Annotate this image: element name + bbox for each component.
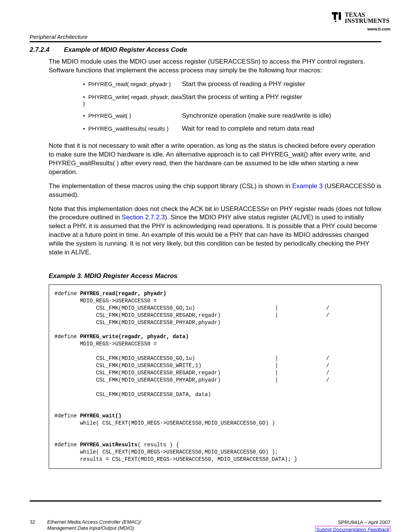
macro-name: PHYREG_wait( ) [88,112,131,119]
header-rule [30,41,381,42]
section-title: Example of MDIO Register Access Code [64,46,187,53]
logo-text-line1: TEXAS [345,11,365,18]
macro-desc: Start the process of reading a PHY regis… [182,80,305,88]
macro-desc: Start the process of writing a PHY regis… [182,93,302,101]
page: TEXAS INSTRUMENTS www.ti.com Peripheral … [0,0,411,532]
bullet-icon: • [83,81,88,87]
macro-list: •PHYREG_read( regadr, phyadr ) Start the… [30,80,381,133]
macro-name: PHYREG_waitResults( results ) [88,125,169,132]
body-paragraph: Note that this implementation does not c… [30,205,381,257]
footer-title: Ethernet Media Access Controller (EMAC)/… [47,519,141,532]
ti-logo-icon: TEXAS INSTRUMENTS [330,10,390,26]
section-heading: 2.7.2.4Example of MDIO Register Access C… [30,46,381,54]
example-title: Example 3. MDIO Register Access Macros [49,272,381,280]
ti-url: www.ti.com [330,27,390,31]
list-item: •PHYREG_write( regadr, phyadr, data ) St… [83,93,381,107]
xref-link[interactable]: Example 3 [292,182,323,190]
footer-rule [30,500,381,502]
xref-link[interactable]: Section 2.7.2.3 [122,214,165,221]
macro-name: PHYREG_write( regadr, phyadr, data ) [83,94,182,107]
bullet-icon: • [83,125,88,132]
code-listing: #define PHYREG_read(regadr, phyadr) MDIO… [49,284,381,468]
body-paragraph: The implementation of these macros using… [30,182,381,200]
macro-desc: Wait for read to complete and return dat… [182,125,314,133]
bullet-icon: • [83,112,88,119]
running-head: Peripheral Architecture [30,34,381,40]
feedback-link[interactable]: Submit Documentation Feedback [315,526,390,532]
macro-desc: Synchronize operation (make sure read/wr… [182,112,331,120]
list-item: •PHYREG_wait( ) Synchronize operation (m… [83,112,381,120]
body-paragraph: Note that it is not necessary to wait af… [30,142,381,177]
list-item: •PHYREG_waitResults( results ) Wait for … [83,125,381,133]
logo-text-line2: INSTRUMENTS [345,18,389,24]
code-box: #define PHYREG_read(regadr, phyadr) MDIO… [49,284,381,468]
section-number: 2.7.2.4 [30,46,64,54]
svg-point-1 [335,21,336,22]
bullet-icon: • [83,94,88,100]
list-item: •PHYREG_read( regadr, phyadr ) Start the… [83,80,381,88]
doc-id: SPRU941A – April 2007 [338,519,390,525]
ti-logo: TEXAS INSTRUMENTS www.ti.com [330,10,390,31]
footer-right: SPRU941A – April 2007 Submit Documentati… [315,519,390,532]
macro-name: PHYREG_read( regadr, phyadr ) [88,81,171,87]
intro-paragraph: The MDIO module uses the MDIO user acces… [30,58,381,75]
page-number: 32 [30,519,35,525]
svg-rect-0 [339,12,341,20]
